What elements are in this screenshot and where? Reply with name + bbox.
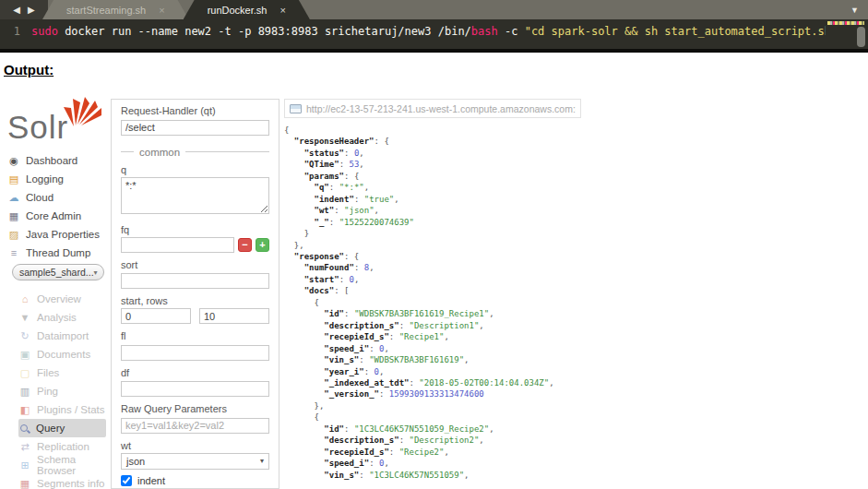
sidebar-item-replication[interactable]: ⇄Replication — [18, 437, 110, 456]
close-icon[interactable]: × — [159, 5, 164, 16]
json-line: "params": { — [284, 171, 581, 182]
java-properties-icon: ▨ — [7, 229, 20, 241]
wt-select[interactable]: json ▾ — [121, 453, 269, 470]
solr-logo[interactable]: Solr — [6, 96, 103, 149]
sidebar-item-overview[interactable]: ⌂Overview — [18, 290, 110, 308]
code-token: docker run --name new2 -t -p 8983:8983 s… — [58, 25, 471, 38]
solr-logo-text: Solr — [7, 109, 68, 146]
schema-browser-icon: ⊞ — [18, 459, 31, 471]
tab-overflow-icon[interactable]: ▼ — [850, 6, 859, 15]
raw-query-params-input[interactable] — [121, 418, 269, 434]
json-line: "response": { — [284, 251, 581, 262]
df-input[interactable] — [121, 381, 269, 397]
files-icon: ▢ — [18, 367, 31, 379]
json-line: "indent": "true", — [284, 194, 581, 205]
tab-label: startStreaming.sh — [66, 5, 146, 16]
dataimport-icon: ↻ — [18, 330, 31, 342]
sort-input[interactable] — [121, 273, 269, 289]
sidebar-item-label: Java Properties — [26, 229, 100, 240]
json-line: "start": 0, — [284, 274, 581, 285]
editor-tabs: startStreaming.sh×runDocker.sh× — [48, 0, 310, 19]
rows-input[interactable] — [199, 308, 269, 324]
sidebar-item-analysis[interactable]: ▼Analysis — [18, 308, 110, 327]
sidebar-item-label: Core Admin — [26, 210, 81, 221]
minimap[interactable] — [826, 19, 868, 49]
sidebar-item-segments-info[interactable]: ▦Segments info — [18, 474, 110, 489]
sidebar-item-label: Logging — [26, 173, 64, 185]
sidebar-main-menu: ◉Dashboard▤Logging☁Cloud▦Core Admin▨Java… — [0, 151, 110, 262]
editor-tab[interactable]: startStreaming.sh× — [42, 0, 189, 19]
json-line: { — [284, 125, 581, 136]
json-line: "description_s": "Description2", — [284, 435, 581, 446]
df-label: df — [121, 367, 269, 378]
sidebar-item-label: Replication — [37, 441, 89, 452]
wt-label: wt — [121, 440, 269, 451]
sidebar-item-label: Dashboard — [26, 155, 77, 166]
json-line: "recepieId_s": "Recipe1", — [284, 331, 581, 342]
indent-checkbox[interactable] — [121, 475, 132, 486]
sidebar: Solr ◉Dashboard▤Logging☁Cloud▦Core Admin… — [0, 90, 110, 489]
fq-input[interactable] — [121, 237, 234, 253]
sidebar-core-menu: ⌂Overview▼Analysis↻Dataimport▣Documents▢… — [0, 290, 110, 489]
q-label: q — [121, 164, 269, 175]
start-rows-label: start, rows — [121, 295, 269, 306]
sidebar-item-label: Schema Browser — [37, 454, 110, 476]
request-handler-label: Request-Handler (qt) — [121, 105, 269, 116]
sidebar-item-query[interactable]: Query — [18, 419, 106, 437]
sidebar-item-files[interactable]: ▢Files — [18, 364, 110, 382]
request-handler-input[interactable] — [121, 120, 269, 136]
checkbox-label: indent — [137, 475, 165, 486]
logging-icon: ▤ — [7, 173, 20, 185]
sidebar-item-label: Plugins / Stats — [37, 404, 105, 415]
sidebar-item-ping[interactable]: ▥Ping — [18, 382, 110, 400]
sidebar-item-schema-browser[interactable]: ⊞Schema Browser — [18, 456, 110, 474]
query-url-link[interactable]: http://ec2-13-57-213-241.us-west-1.compu… — [284, 99, 581, 118]
tab-label: runDocker.sh — [208, 5, 268, 16]
sidebar-item-plugins-stats[interactable]: ◧Plugins / Stats — [18, 400, 110, 419]
sidebar-item-dashboard[interactable]: ◉Dashboard — [7, 151, 110, 170]
minimap-scrollbar[interactable] — [857, 27, 865, 47]
tab-nav-right-icon[interactable]: ▶ — [28, 5, 35, 15]
q-input[interactable]: *:* — [121, 177, 269, 214]
remove-fq-button[interactable]: − — [238, 238, 252, 252]
sidebar-item-dataimport[interactable]: ↻Dataimport — [18, 327, 110, 345]
raw-query-params-label: Raw Query Parameters — [121, 403, 269, 414]
sidebar-item-documents[interactable]: ▣Documents — [18, 345, 110, 364]
code-editor: ◀ ▶ startStreaming.sh×runDocker.sh× ▼ 1 … — [0, 0, 868, 53]
sidebar-item-java-properties[interactable]: ▨Java Properties — [7, 225, 110, 244]
code-token: bash — [471, 25, 498, 38]
wt-select-value: json — [126, 456, 145, 467]
sidebar-item-label: Segments info — [37, 478, 105, 489]
solr-sunburst-icon — [63, 96, 101, 127]
ping-icon: ▥ — [18, 386, 31, 398]
json-line: "docs": [ — [284, 285, 581, 296]
sidebar-item-thread-dump[interactable]: ≡Thread Dump — [7, 244, 110, 262]
json-line: "description_s": "Description1", — [284, 320, 581, 331]
tab-nav-arrows[interactable]: ◀ ▶ — [0, 0, 48, 19]
chevron-down-icon: ▾ — [260, 457, 264, 465]
sidebar-item-label: Analysis — [37, 312, 77, 323]
dashboard-icon: ◉ — [7, 155, 20, 167]
url-icon — [290, 104, 302, 113]
tab-nav-left-icon[interactable]: ◀ — [13, 5, 20, 15]
fq-label: fq — [121, 224, 269, 235]
editor-tab[interactable]: runDocker.sh× — [184, 0, 310, 19]
code-token: sudo — [31, 25, 58, 38]
core-selector[interactable]: sample5_shard... ▾ — [12, 264, 104, 280]
output-heading: Output: — [4, 62, 54, 78]
close-icon[interactable]: × — [279, 5, 285, 16]
segments-info-icon: ▦ — [18, 478, 31, 489]
sidebar-item-core-admin[interactable]: ▦Core Admin — [7, 207, 110, 225]
checkbox-row: indent — [121, 475, 269, 486]
code-line[interactable]: sudo docker run --name new2 -t -p 8983:8… — [31, 25, 831, 38]
sidebar-item-label: Overview — [37, 293, 81, 304]
json-line: "speed_i": 0, — [284, 458, 581, 469]
sidebar-item-logging[interactable]: ▤Logging — [7, 170, 110, 188]
json-line: { — [284, 297, 581, 308]
code-token: -c — [498, 25, 525, 38]
fl-input[interactable] — [121, 345, 269, 361]
start-input[interactable] — [121, 308, 191, 324]
sidebar-item-cloud[interactable]: ☁Cloud — [7, 188, 110, 207]
add-fq-button[interactable]: + — [256, 238, 269, 252]
editor-code-area[interactable]: 1 sudo docker run --name new2 -t -p 8983… — [0, 19, 868, 49]
